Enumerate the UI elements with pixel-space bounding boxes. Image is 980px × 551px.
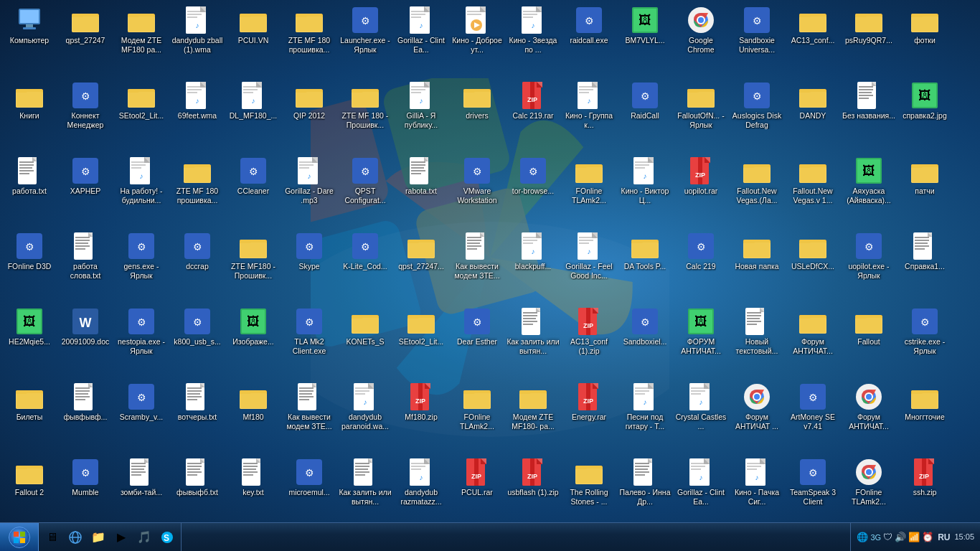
- desktop-icon-mnoggtochie[interactable]: Многгточие: [897, 380, 953, 451]
- desktop-icon-cstrike_exe[interactable]: ⚙ cstrike.exe - Ярлык: [897, 304, 953, 376]
- desktop-icon-kino_victor[interactable]: ♪ Кино - Виктор Ц...: [617, 154, 673, 225]
- desktop-icon-zte_mf180_pr[interactable]: ZTE MF 180 прошивка...: [169, 154, 225, 225]
- desktop-icon-qip2012[interactable]: QIP 2012: [281, 78, 337, 150]
- desktop-icon-noviy_text[interactable]: Новый текстовый...: [729, 304, 785, 376]
- desktop-icon-konn_men[interactable]: ⚙ Коннект Менеджер: [57, 78, 113, 150]
- tl-skype[interactable]: S: [156, 525, 178, 550]
- desktop-icon-spravka2_jpg[interactable]: 🖼 справка2.jpg: [897, 78, 953, 150]
- desktop-icon-fonline_tlamk2[interactable]: FOnline TLAmk2...: [449, 380, 505, 451]
- desktop-icon-nestopia[interactable]: ⚙ nestopia.exe - Ярлык: [113, 304, 169, 376]
- desktop-icon-harner[interactable]: ⚙ ХАРНЕР: [57, 154, 113, 225]
- desktop-icon-na_rabotu[interactable]: ♪ На работу! - будильни...: [113, 154, 169, 225]
- desktop-icon-spravka1[interactable]: Справка1...: [897, 229, 953, 301]
- desktop-icon-energy_rar[interactable]: ZIP Energy.rar: [561, 380, 617, 451]
- desktop-icon-bm7vlyl[interactable]: 🖼 BM7VLYL...: [617, 3, 673, 75]
- desktop-icon-zte_mf180[interactable]: ZTE MF 180 прошивка...: [281, 3, 337, 75]
- desktop-icon-vmware[interactable]: ⚙ VMware Workstation: [449, 154, 505, 225]
- desktop-icon-kak_vivesti_mod[interactable]: Как вывести модем ЗТЕ...: [281, 380, 337, 451]
- desktop-icon-calc219_rar[interactable]: ZIP Calc 219.rar: [505, 78, 561, 150]
- tray-clock2[interactable]: ⏰: [922, 532, 933, 542]
- desktop-icon-forum_antich2[interactable]: Форум АНТИЧАТ...: [785, 304, 841, 376]
- desktop-icon-drivers[interactable]: drivers: [449, 78, 505, 150]
- desktop-icon-fonline_tlamk[interactable]: FOnline TLAmk2...: [561, 154, 617, 225]
- desktop-icon-crystal_castles[interactable]: ♪ Crystal Castles ...: [673, 380, 729, 451]
- desktop-icon-kino_pacha[interactable]: ♪ Кино - Пачка Сиг...: [729, 455, 785, 522]
- desktop-icon-mf180[interactable]: Mf180: [225, 380, 281, 451]
- desktop-icon-bilety[interactable]: Билеты: [1, 380, 57, 451]
- desktop-icon-skype[interactable]: ⚙ Skype: [281, 229, 337, 301]
- desktop-icon-fallout2[interactable]: Fallout 2: [1, 455, 57, 522]
- desktop-icon-fivfivf[interactable]: фывфывф...: [57, 380, 113, 451]
- tl-folder[interactable]: 📁: [88, 525, 109, 550]
- tl-show-desktop[interactable]: 🖥: [42, 525, 63, 550]
- desktop-icon-rabota_txt2[interactable]: rabota.txt: [393, 154, 449, 225]
- desktop-icon-mf180_zip[interactable]: ZIP Mf180.zip: [393, 380, 449, 451]
- desktop-icon-microemul[interactable]: ⚙ microemul...: [281, 455, 337, 522]
- desktop-icon-pcul_rar[interactable]: ZIP PCUL.rar: [449, 455, 505, 522]
- tray-shield[interactable]: 🛡: [883, 532, 892, 542]
- tray-3g[interactable]: 3G: [870, 533, 881, 542]
- desktop-icon-qpst_27247[interactable]: qpst_27247: [57, 3, 113, 75]
- desktop-icon-psruy9qr7[interactable]: psRuy9QR7...: [841, 3, 897, 75]
- desktop-icon-fivfivb[interactable]: фывыфб.txt: [169, 455, 225, 522]
- start-button[interactable]: [0, 523, 39, 552]
- desktop-icon-da_tools[interactable]: DA Tools P...: [617, 229, 673, 301]
- desktop-icon-pcui_vn[interactable]: PCUI.VN: [225, 3, 281, 75]
- desktop-icon-kino_gruppa[interactable]: ♪ Кино - Группа к...: [561, 78, 617, 150]
- desktop-icon-vochery[interactable]: вотчеры.txt: [169, 380, 225, 451]
- desktop-icon-fonline_tlamk3[interactable]: FOnline TLAmk2...: [841, 455, 897, 522]
- desktop-icon-forum_antic[interactable]: 🖼 ФОРУМ АНТИЧАТ...: [673, 304, 729, 376]
- desktop-icon-dandydub_wma[interactable]: ♪ dandydub zball (1).wma: [169, 3, 225, 75]
- desktop-icon-k800_usb[interactable]: ⚙ k800_usb_s...: [169, 304, 225, 376]
- desktop-icon-rabota_txt[interactable]: работа.txt: [1, 154, 57, 225]
- desktop-icon-k_lite_cod[interactable]: ⚙ K-Lite_Cod...: [337, 229, 393, 301]
- desktop-icon-kino_dobroe[interactable]: Кино - Доброе ут...: [449, 3, 505, 75]
- desktop-icon-usbflash[interactable]: ZIP usbflash (1).zip: [505, 455, 561, 522]
- desktop-icon-izobr[interactable]: 🖼 Изображе...: [225, 304, 281, 376]
- desktop-icon-modem_zte[interactable]: Модем ZTE MF180 ра...: [113, 3, 169, 75]
- desktop-icon-knigi[interactable]: Книги: [1, 78, 57, 150]
- desktop-icon-20091009_doc[interactable]: W 20091009.doc: [57, 304, 113, 376]
- desktop-icon-ayhuaska[interactable]: 🖼 Аяхуаска (Айяваска)...: [841, 154, 897, 225]
- desktop-icon-sandboxie[interactable]: ⚙ Sandboxie Universa...: [729, 3, 785, 75]
- desktop-icon-qpst_conf[interactable]: ⚙ QPST Configurat...: [337, 154, 393, 225]
- desktop-icon-dandy[interactable]: DANDY: [785, 78, 841, 150]
- desktop-icon-komputer[interactable]: Компьютер: [1, 3, 57, 75]
- desktop-icon-uopilot_exe[interactable]: ⚙ uopilot.exe - Ярлык: [841, 229, 897, 301]
- desktop-icon-gorillaz_dare[interactable]: ♪ Gorillaz - Dare .mp3: [281, 154, 337, 225]
- desktop-icon-ac13_conf2[interactable]: ZIP AC13_conf (1).zip: [561, 304, 617, 376]
- desktop-icon-rolling_stones[interactable]: The Rolling Stones - ...: [561, 455, 617, 522]
- desktop-icon-uslecdfcx[interactable]: USLeDfCX...: [785, 229, 841, 301]
- desktop-icon-kak_zalit[interactable]: Как залить или вытян...: [505, 304, 561, 376]
- desktop-icon-kak_zalit2[interactable]: Как залить или вытян...: [337, 455, 393, 522]
- desktop-icon-mumble[interactable]: ⚙ Mumble: [57, 455, 113, 522]
- desktop-icon-ac13_conf[interactable]: AC13_conf...: [785, 3, 841, 75]
- desktop-icon-key_txt[interactable]: key.txt: [225, 455, 281, 522]
- tray-connection[interactable]: 📶: [908, 532, 920, 542]
- desktop-icon-scramby_v[interactable]: ⚙ Scramby_v...: [113, 380, 169, 451]
- desktop-icon-gorillaz_clint2[interactable]: ♪ Gorillaz - Clint Ea...: [673, 455, 729, 522]
- desktop-icon-fallout[interactable]: Fallout: [841, 304, 897, 376]
- desktop-icon-rabota_slova[interactable]: работа слова.txt: [57, 229, 113, 301]
- desktop-icon-forum_antich3[interactable]: Форум АНТИЧАТ ...: [729, 380, 785, 451]
- tl-media[interactable]: ▶: [110, 525, 132, 550]
- desktop-icon-gillia[interactable]: ♪ GilliA - Я публику...: [393, 78, 449, 150]
- desktop-icon-tor_browse[interactable]: ⚙ tor-browse...: [505, 154, 561, 225]
- desktop-icon-uopilot_rar[interactable]: ZIP uopilot.rar: [673, 154, 729, 225]
- desktop-icon-raidcall_exe[interactable]: ⚙ raidcall.exe: [561, 3, 617, 75]
- desktop-icon-raidcall[interactable]: ⚙ RaidCall: [617, 78, 673, 150]
- desktop-icon-zte_mf180_pr2[interactable]: ZTE MF180 - Прошивк...: [225, 229, 281, 301]
- desktop-icon-ccleaner[interactable]: ⚙ CCleaner: [225, 154, 281, 225]
- tray-sound[interactable]: 🔊: [895, 532, 906, 542]
- desktop-icon-fallout_new_v1[interactable]: Fallout.New Vegas.v 1...: [785, 154, 841, 225]
- language-indicator[interactable]: RU: [938, 532, 950, 542]
- desktop-icon-zte_mf180_p[interactable]: ZTE MF 180 - Прошивк...: [337, 78, 393, 150]
- desktop-icon-fonline_d3d[interactable]: ⚙ FOnline D3D: [1, 229, 57, 301]
- desktop-icon-qpst_27247b[interactable]: qpst_27247...: [393, 229, 449, 301]
- system-clock[interactable]: 15:05: [954, 532, 974, 542]
- desktop-icon-setool2_lit2[interactable]: SEtool2_Lit...: [393, 304, 449, 376]
- desktop-icon-fotki[interactable]: фотки: [897, 3, 953, 75]
- desktop-icon-dl_mf180[interactable]: ♪ DL_MF180_...: [225, 78, 281, 150]
- desktop-icon-69feet_wma[interactable]: ♪ 69feet.wma: [169, 78, 225, 150]
- desktop-icon-pesni_gitary[interactable]: ♪ Песни под гитару - Т...: [617, 380, 673, 451]
